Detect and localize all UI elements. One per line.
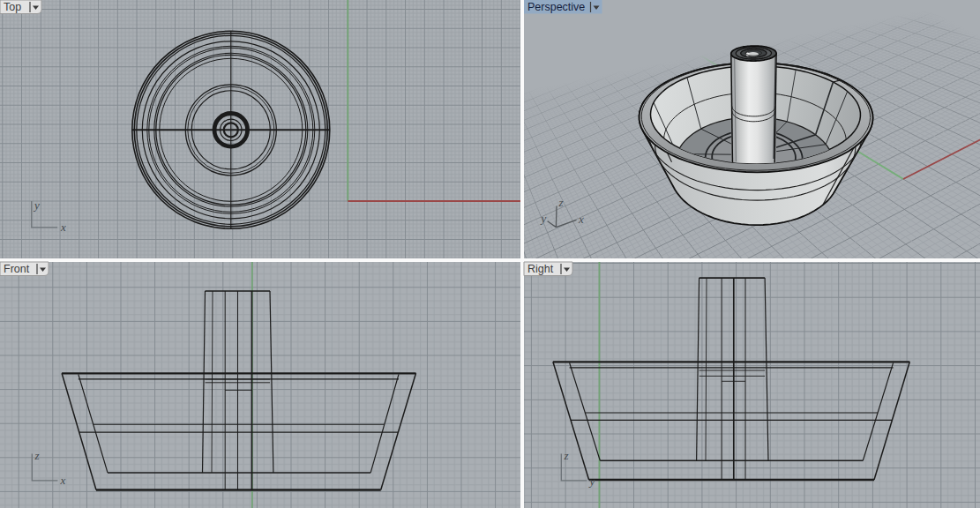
- svg-text:y: y: [540, 212, 547, 225]
- svg-text:x: x: [60, 474, 66, 487]
- svg-text:y: y: [588, 474, 595, 488]
- svg-text:Perspective: Perspective: [527, 1, 585, 13]
- svg-text:z: z: [564, 449, 569, 462]
- svg-text:z: z: [34, 449, 40, 462]
- svg-text:Top: Top: [4, 1, 21, 13]
- svg-text:x: x: [578, 213, 584, 226]
- svg-text:Front: Front: [4, 263, 30, 275]
- svg-text:x: x: [60, 220, 66, 234]
- svg-text:y: y: [33, 198, 40, 212]
- svg-text:Right: Right: [527, 263, 554, 275]
- svg-text:z: z: [558, 196, 564, 209]
